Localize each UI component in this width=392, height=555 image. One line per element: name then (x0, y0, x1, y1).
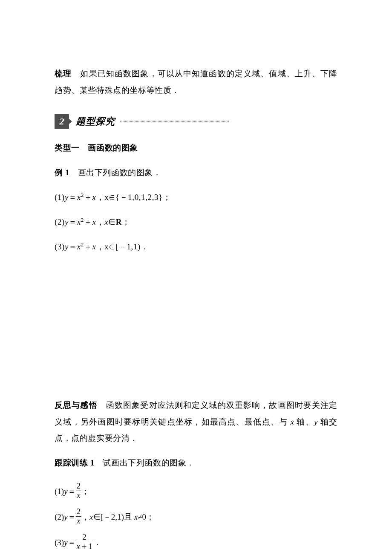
item-y: y (64, 487, 67, 496)
example1-item2: (2)y＝x2＋x，x∈R； (55, 214, 337, 231)
item-lhs: y (65, 217, 69, 226)
follow-item2: (2)y＝ 2 x ，x∈[－2,1)且 x≠0； (55, 505, 337, 529)
section-number: 2 (60, 116, 64, 127)
follow-label: 跟踪训练 (55, 458, 88, 467)
example1-item3: (3)y＝x2＋x，x∈[－1,1)． (55, 239, 337, 255)
intro-label: 梳理 (55, 69, 72, 78)
frac-den: x＋1 (76, 542, 93, 551)
item-lead: (2) (55, 512, 64, 522)
blank-space (55, 263, 337, 389)
item-lead: (1) (55, 193, 65, 202)
den-plus: ＋ (80, 542, 88, 551)
reflect-paragraph: 反思与感悟 函数图象受对应法则和定义域的双重影响，故画图时要关注定义域，另外画图… (55, 397, 337, 447)
item-eq: ＝ (68, 512, 76, 523)
frac-num: 2 (76, 507, 82, 517)
den-b: 1 (88, 542, 92, 551)
item-rhs2: x (92, 242, 96, 251)
den-a: x (77, 542, 80, 551)
section-title: 题型探究 (76, 115, 115, 128)
item-eq: ＝ (69, 242, 77, 251)
item-rhs2: x (92, 217, 96, 226)
item-eq: ＝ (69, 193, 77, 202)
item-lead: (1) (55, 487, 64, 496)
item-plus: ＋ (84, 242, 92, 251)
intro-text: 如果已知函数图象，可以从中知道函数的定义域、值域、上升、下降趋势、某些特殊点的坐… (55, 69, 337, 95)
item-tail: ，x∈[－2,1)且 x≠0； (81, 512, 154, 523)
item-lhs: y (65, 242, 69, 251)
example1-item1: (1)y＝x2＋x，x∈{－1,0,1,2,3}； (55, 189, 337, 206)
item-plus: ＋ (84, 193, 92, 202)
item-lead: (3) (55, 242, 65, 251)
section-heading: 2 题型探究 (55, 114, 337, 129)
item-eq: ＝ (68, 537, 76, 548)
type-label: 类型一 (55, 143, 80, 152)
frac-den: x (76, 517, 82, 526)
example-label: 例 (55, 168, 63, 177)
item-y: y (64, 512, 67, 522)
follow-item3: (3)y＝ 2 x＋1 ． (55, 531, 337, 555)
example-prompt: 画出下列函数的图象． (69, 168, 161, 177)
example-number: 1 (65, 168, 69, 177)
page-root: 梳理 如果已知函数图象，可以从中知道函数的定义域、值域、上升、下降趋势、某些特殊… (0, 0, 392, 555)
item-cond: ，x∈[－1,1)． (96, 242, 149, 251)
item-cond: ，x∈{－1,0,1,2,3}； (96, 193, 171, 202)
fraction: 2 x (76, 482, 82, 500)
type-heading: 类型一 画函数的图象 (55, 140, 337, 156)
item-lead: (3) (55, 538, 64, 547)
intro-paragraph: 梳理 如果已知函数图象，可以从中知道函数的定义域、值域、上升、下降趋势、某些特殊… (55, 66, 337, 99)
item-lhs: y (65, 193, 69, 202)
section-divider (120, 121, 229, 122)
follow-number: 1 (90, 458, 95, 467)
frac-num: 2 (76, 533, 93, 542)
section-number-box: 2 (55, 114, 69, 129)
frac-den: x (76, 491, 82, 500)
item-rhs1: x (77, 242, 81, 251)
item-rhs2: x (92, 193, 96, 202)
item-sup: 2 (81, 191, 84, 198)
fraction: 2 x (76, 507, 82, 526)
item-eq: ＝ (69, 217, 77, 226)
item-rhs1: x (77, 217, 81, 226)
item-tail: ； (81, 486, 89, 497)
item-tail: ． (93, 537, 101, 548)
follow-item1: (1)y＝ 2 x ； (55, 480, 337, 503)
item-eq: ＝ (68, 486, 76, 497)
item-plus: ＋ (84, 217, 92, 226)
type-title: 画函数的图象 (80, 143, 138, 152)
item-sup: 2 (81, 241, 84, 247)
follow-heading: 跟踪训练 1 试画出下列函数的图象． (55, 455, 337, 471)
item-cond: ，x∈R； (96, 217, 130, 226)
follow-prompt: 试画出下列函数的图象． (95, 458, 195, 467)
item-y: y (64, 538, 67, 547)
example-heading: 例 1 画出下列函数的图象． (55, 165, 337, 181)
item-lead: (2) (55, 217, 65, 226)
reflect-label: 反思与感悟 (55, 401, 98, 410)
frac-num: 2 (76, 482, 82, 491)
fraction: 2 x＋1 (76, 533, 93, 551)
item-sup: 2 (81, 216, 84, 223)
item-rhs1: x (77, 193, 81, 202)
